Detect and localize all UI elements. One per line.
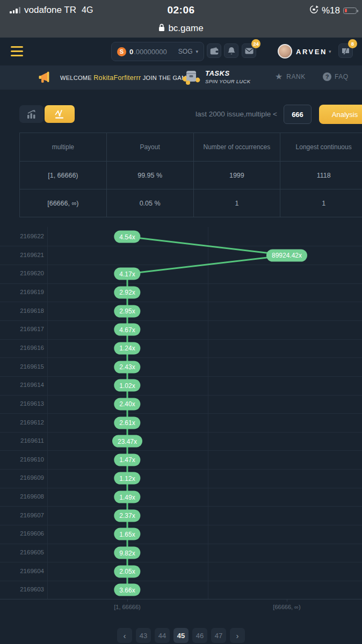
chart-pill: 2.61x bbox=[114, 416, 140, 429]
welcome-message: WELCOME RokitaForfiterrr JOIN THE GAME bbox=[60, 74, 191, 82]
currency-label: SOG bbox=[178, 48, 193, 55]
gridline bbox=[0, 283, 362, 284]
issue-number-label: 2169621 bbox=[4, 252, 44, 258]
issue-number-label: 2169609 bbox=[4, 474, 44, 481]
status-bar: vodafone TR 4G 02:06 %18 bc.game bbox=[0, 0, 362, 38]
bar-chart-toggle[interactable] bbox=[19, 105, 44, 123]
mail-badge: 24 bbox=[251, 39, 260, 48]
battery-icon bbox=[343, 8, 357, 14]
username-label[interactable]: ARVEN bbox=[296, 48, 327, 56]
page-button-46[interactable]: 46 bbox=[192, 628, 207, 643]
table-cell: 0.05 % bbox=[106, 189, 193, 217]
table-cell: 1 bbox=[193, 189, 280, 217]
multiplier-chart: 2169622216962121696202169619216961821696… bbox=[0, 227, 362, 620]
gridline bbox=[47, 227, 48, 599]
filter-label: last 2000 issue,multiple < bbox=[196, 110, 277, 118]
prev-page-button[interactable]: ‹ bbox=[117, 628, 132, 643]
gridline bbox=[208, 227, 208, 599]
page-button-45[interactable]: 45 bbox=[173, 628, 189, 643]
tasks-subtitle: SPIN YOUR LUCK bbox=[205, 78, 250, 84]
gridline bbox=[0, 525, 362, 525]
chart-pill: 4.54x bbox=[114, 231, 140, 243]
sog-coin-icon: S bbox=[117, 47, 126, 56]
ssl-lock-icon bbox=[158, 24, 165, 34]
chart-pill: 1.49x bbox=[114, 491, 140, 503]
issue-number-label: 2169603 bbox=[4, 586, 44, 592]
bar-chart-icon bbox=[26, 109, 37, 119]
gridline bbox=[0, 432, 362, 433]
stats-column-header: Number of occurrences bbox=[193, 133, 280, 162]
chat-icon bbox=[342, 47, 350, 55]
issue-number-label: 2169606 bbox=[4, 530, 44, 537]
balance-fraction: .00000000 bbox=[134, 48, 166, 56]
issue-number-label: 2169620 bbox=[4, 270, 44, 276]
issue-number-label: 2169611 bbox=[4, 437, 44, 444]
app-header: S 0 .00000000 SOG ▾ 24 ARVEN ▾ 8 bbox=[0, 38, 362, 65]
faq-label: FAQ bbox=[335, 73, 349, 80]
issue-number-label: 2169616 bbox=[4, 345, 44, 351]
issue-number-label: 2169605 bbox=[4, 549, 44, 555]
line-chart-toggle[interactable] bbox=[45, 105, 75, 123]
gridline bbox=[0, 581, 362, 581]
stats-column-header: multiple bbox=[20, 133, 107, 162]
page-button-44[interactable]: 44 bbox=[155, 628, 170, 643]
gridline bbox=[0, 339, 362, 340]
issue-number-label: 2169608 bbox=[4, 493, 44, 500]
next-page-button[interactable]: › bbox=[230, 628, 245, 643]
chat-badge: 8 bbox=[348, 39, 357, 48]
announcement-banner: WELCOME RokitaForfiterrr JOIN THE GAME T… bbox=[0, 65, 362, 90]
gridline bbox=[0, 246, 362, 246]
address-bar-url[interactable]: bc.game bbox=[168, 23, 203, 34]
x-axis-category-label: [1, 66666) bbox=[90, 604, 165, 610]
issue-number-label: 2169618 bbox=[4, 308, 44, 314]
megaphone-icon bbox=[39, 71, 53, 86]
battery-percent-label: %18 bbox=[322, 5, 340, 16]
issue-number-label: 2169607 bbox=[4, 512, 44, 518]
page-button-47[interactable]: 47 bbox=[211, 628, 226, 643]
table-row: [66666, ∞)0.05 %11 bbox=[20, 189, 362, 217]
gridline bbox=[0, 413, 362, 414]
chart-pill: 1.12x bbox=[114, 472, 140, 485]
chart-pill: 4.67x bbox=[114, 324, 140, 336]
faq-link[interactable]: ? FAQ bbox=[323, 72, 349, 81]
welcome-prefix: WELCOME bbox=[60, 75, 92, 81]
wallet-button[interactable] bbox=[207, 43, 221, 58]
chart-pill: 23.47x bbox=[112, 435, 142, 448]
gridline bbox=[0, 562, 362, 562]
table-row: [1, 66666)99.95 %19991118 bbox=[20, 162, 362, 189]
rank-label: RANK bbox=[286, 73, 305, 80]
chart-pill: 4.17x bbox=[114, 268, 140, 280]
chat-button[interactable]: 8 bbox=[338, 43, 353, 58]
clock: 02:06 bbox=[0, 4, 362, 16]
tasks-chest-icon[interactable] bbox=[182, 69, 201, 87]
notifications-button[interactable] bbox=[224, 43, 238, 58]
tasks-link[interactable]: TASKS SPIN YOUR LUCK bbox=[205, 69, 250, 84]
avatar[interactable] bbox=[278, 44, 292, 58]
table-cell: 1999 bbox=[193, 162, 280, 189]
chart-pill: 2.37x bbox=[114, 509, 140, 522]
rank-link[interactable]: ★ RANK bbox=[275, 72, 306, 81]
stats-header-row: multiplePayoutNumber of occurrencesLonge… bbox=[20, 133, 362, 162]
chart-pill: 1.24x bbox=[114, 342, 140, 354]
balance-integer: 0 bbox=[129, 48, 133, 56]
gridline bbox=[0, 395, 362, 396]
table-cell: 99.95 % bbox=[106, 162, 193, 189]
page-button-43[interactable]: 43 bbox=[136, 628, 151, 643]
chart-pill: 2.43x bbox=[114, 361, 140, 373]
tasks-title: TASKS bbox=[205, 69, 250, 77]
issue-number-label: 2169622 bbox=[4, 233, 44, 239]
bell-icon bbox=[228, 47, 235, 55]
mail-button[interactable]: 24 bbox=[242, 43, 256, 58]
multiple-filter-input[interactable] bbox=[284, 105, 312, 124]
question-icon: ? bbox=[323, 72, 331, 81]
issue-number-label: 2169613 bbox=[4, 400, 44, 407]
gridline bbox=[0, 450, 362, 451]
balance-selector[interactable]: S 0 .00000000 SOG ▾ bbox=[111, 42, 204, 61]
menu-icon[interactable] bbox=[11, 46, 23, 56]
chevron-down-icon: ▾ bbox=[196, 49, 198, 54]
table-cell: [1, 66666) bbox=[20, 162, 107, 189]
gridline bbox=[0, 320, 362, 321]
axis-tick bbox=[287, 599, 287, 602]
table-cell: 1118 bbox=[280, 162, 362, 189]
analysis-button[interactable]: Analysis bbox=[319, 105, 362, 124]
